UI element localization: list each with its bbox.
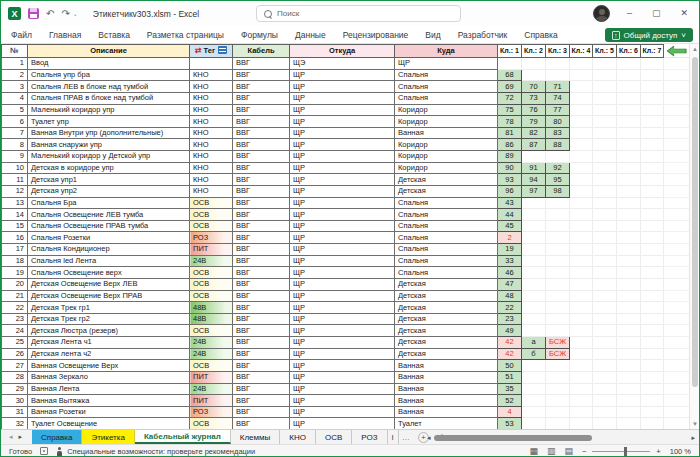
cell-to[interactable]: Коридор (395, 162, 498, 174)
cell-kl-6[interactable] (617, 395, 641, 407)
cell-num[interactable]: 4 (2, 92, 28, 104)
cell-desc[interactable]: Детская Трек гр2 (28, 313, 190, 325)
cell-tag[interactable]: РОЗ (190, 232, 233, 244)
cell-kl-5[interactable] (593, 69, 617, 81)
cell-kl-6[interactable] (617, 383, 641, 395)
cell-kl-6[interactable] (617, 406, 641, 418)
cell-tag[interactable]: ОСВ (190, 278, 233, 290)
cell-kl-2[interactable] (522, 406, 546, 418)
cell-num[interactable]: 24 (2, 325, 28, 337)
cell-from[interactable]: ЩР (290, 302, 395, 314)
col-header-kl-4[interactable]: Кл.: 4 (570, 45, 593, 58)
cell-desc[interactable]: Спальня Освещение верх (28, 267, 190, 279)
cell-kl-4[interactable] (570, 162, 593, 174)
cell-kl-3[interactable] (546, 418, 570, 429)
cell-num[interactable]: 27 (2, 360, 28, 372)
zoom-slider-thumb[interactable] (624, 447, 627, 456)
cell-kl-3[interactable]: 92 (546, 162, 570, 174)
cell-cable[interactable]: ВВГ (233, 337, 290, 349)
cell-kl-1[interactable] (498, 58, 522, 70)
cell-kl-4[interactable] (570, 197, 593, 209)
cell-kl-4[interactable] (570, 139, 593, 151)
cell-kl-5[interactable] (593, 302, 617, 314)
cell-kl-1[interactable]: 96 (498, 185, 522, 197)
cell-tag[interactable] (190, 58, 233, 70)
cell-tag[interactable]: КНО (190, 81, 233, 93)
cell-kl-2[interactable] (522, 209, 546, 221)
cell-from[interactable]: ЩР (290, 185, 395, 197)
cell-kl-5[interactable] (593, 127, 617, 139)
cell-kl-3[interactable]: 80 (546, 116, 570, 128)
cell-cable[interactable]: ВВГ (233, 104, 290, 116)
cell-kl-5[interactable] (593, 81, 617, 93)
cell-kl-5[interactable] (593, 232, 617, 244)
cell-from[interactable]: ЩР (290, 69, 395, 81)
cell-kl-4[interactable] (570, 267, 593, 279)
cell-kl-5[interactable] (593, 267, 617, 279)
cell-kl-4[interactable] (570, 209, 593, 221)
cell-num[interactable]: 25 (2, 337, 28, 349)
cell-kl-4[interactable] (570, 371, 593, 383)
cell-kl-6[interactable] (617, 371, 641, 383)
cell-kl-4[interactable] (570, 116, 593, 128)
cell-from[interactable]: ЩР (290, 371, 395, 383)
cell-tag[interactable]: 24В (190, 337, 233, 349)
cell-kl-1[interactable]: 75 (498, 104, 522, 116)
cell-cable[interactable]: ВВГ (233, 69, 290, 81)
cell-kl-2[interactable] (522, 395, 546, 407)
cell-kl-7[interactable] (641, 197, 664, 209)
save-icon[interactable] (28, 8, 39, 19)
cell-kl-5[interactable] (593, 139, 617, 151)
cell-kl-7[interactable] (641, 267, 664, 279)
cell-cable[interactable]: ВВГ (233, 81, 290, 93)
cell-kl-2[interactable] (522, 255, 546, 267)
cell-kl-6[interactable] (617, 302, 641, 314)
cell-kl-2[interactable] (522, 418, 546, 429)
cell-tag[interactable]: РОЗ (190, 406, 233, 418)
cell-to[interactable]: Ванная (395, 360, 498, 372)
cell-desc[interactable]: Ванная снаружи упр (28, 139, 190, 151)
cell-cable[interactable]: ВВГ (233, 220, 290, 232)
cell-to[interactable]: Спальня (395, 69, 498, 81)
cell-cable[interactable]: ВВГ (233, 278, 290, 290)
cell-kl-7[interactable] (641, 69, 664, 81)
cell-num[interactable]: 22 (2, 302, 28, 314)
cell-to[interactable]: Детская (395, 185, 498, 197)
cell-kl-4[interactable] (570, 325, 593, 337)
cell-tag[interactable]: ОСВ (190, 290, 233, 302)
cell-kl-7[interactable] (641, 162, 664, 174)
cell-num[interactable]: 1 (2, 58, 28, 70)
cell-from[interactable]: ЩР (290, 174, 395, 186)
cell-kl-7[interactable] (641, 418, 664, 429)
cell-from[interactable]: ЩР (290, 104, 395, 116)
cell-to[interactable]: Спальня (395, 92, 498, 104)
cell-kl-6[interactable] (617, 325, 641, 337)
cell-kl-7[interactable] (641, 139, 664, 151)
cell-kl-5[interactable] (593, 58, 617, 70)
cell-kl-7[interactable] (641, 255, 664, 267)
cell-kl-1[interactable]: 44 (498, 209, 522, 221)
cell-kl-3[interactable] (546, 395, 570, 407)
cell-desc[interactable]: Ванная Освещение Верх (28, 360, 190, 372)
cell-kl-3[interactable] (546, 302, 570, 314)
cell-kl-4[interactable] (570, 185, 593, 197)
cell-kl-6[interactable] (617, 127, 641, 139)
cell-to[interactable]: Детская (395, 174, 498, 186)
cell-kl-7[interactable] (641, 302, 664, 314)
cell-kl-2[interactable] (522, 360, 546, 372)
hscroll-left-icon[interactable]: ◂ (427, 434, 431, 442)
cell-kl-5[interactable] (593, 395, 617, 407)
cell-to[interactable]: Детская (395, 348, 498, 360)
cell-kl-1[interactable]: 48 (498, 290, 522, 302)
cell-cable[interactable]: ВВГ (233, 348, 290, 360)
cell-kl-2[interactable] (522, 197, 546, 209)
cell-kl-1[interactable]: 42 (498, 337, 522, 349)
cell-desc[interactable]: Ванная Зеркало (28, 371, 190, 383)
cell-desc[interactable]: Спальня Освещение ЛЕВ тумба (28, 209, 190, 221)
cell-to[interactable]: Спальня (395, 267, 498, 279)
cell-tag[interactable]: 24В (190, 255, 233, 267)
col-header-kl-6[interactable]: Кл.: 6 (617, 45, 641, 58)
cell-from[interactable]: ЩР (290, 418, 395, 429)
cell-to[interactable]: Детская (395, 313, 498, 325)
cell-kl-3[interactable] (546, 406, 570, 418)
